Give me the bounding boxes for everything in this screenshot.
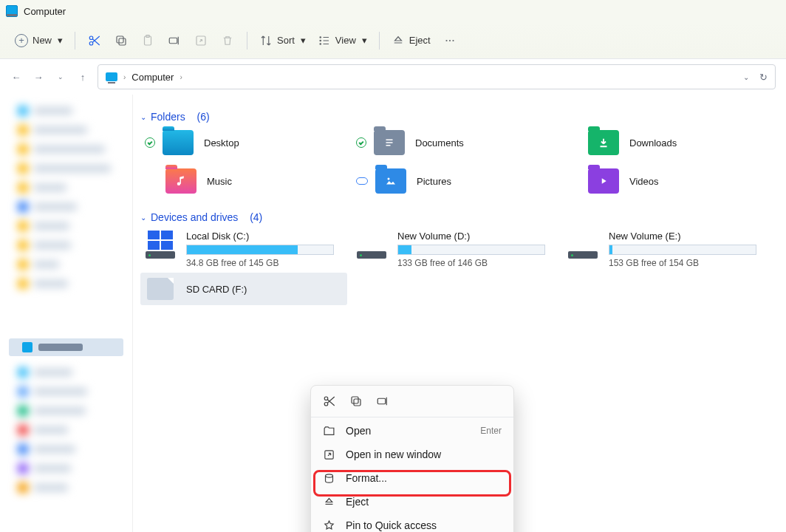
sdcard-icon [147,278,174,300]
svg-point-18 [324,403,328,406]
command-bar: +New▾ Sort▾ View▾ Eject [0,22,786,59]
sync-ok-icon [356,137,366,148]
svg-point-1 [89,41,93,45]
folder-label: Music [207,176,232,187]
refresh-button[interactable]: ↻ [759,72,768,83]
svg-rect-21 [377,398,386,404]
svg-point-12 [449,40,450,41]
content-area: ⌄ Folders (6) Desktop Documents Download… [133,95,786,532]
address-dropdown[interactable]: ⌄ [743,73,749,81]
drive-free: 133 GB free of 146 GB [397,258,545,268]
drive-f-selected[interactable]: SD CARD (F:) [140,273,347,305]
svg-point-8 [320,36,321,38]
title-bar: Computer [0,0,786,22]
recent-button[interactable]: ⌄ [55,73,66,81]
rename-button[interactable] [163,29,186,52]
drive-e[interactable]: New Volume (E:) 153 GB free of 154 GB [567,231,779,268]
drive-label: Local Disk (C:) [186,231,334,242]
usage-bar [186,245,334,255]
svg-point-10 [320,43,321,44]
usage-bar [397,245,545,255]
folders-header[interactable]: ⌄ Folders (6) [140,111,779,123]
cut-button[interactable] [83,29,106,52]
svg-point-16 [388,178,390,180]
address-bar[interactable]: › Computer › ⌄ ↻ [98,64,776,89]
drive-free: 153 GB free of 154 GB [609,258,756,268]
folder-label: Pictures [417,176,451,187]
rename-icon[interactable] [376,395,389,408]
new-button[interactable]: +New▾ [10,29,67,52]
windows-icon [148,231,173,250]
menu-open-new-window[interactable]: Open in new window [311,443,513,466]
menu-pin-quick-access[interactable]: Pin to Quick access [311,514,513,532]
forward-button[interactable]: → [33,72,44,83]
window-title: Computer [24,6,66,17]
svg-point-9 [320,40,321,41]
copy-icon[interactable] [349,395,363,408]
svg-rect-19 [354,399,360,406]
menu-open[interactable]: OpenEnter [311,419,513,443]
cloud-icon [356,177,368,185]
drive-label: New Volume (E:) [609,231,756,242]
folder-label: Downloads [629,137,677,149]
folder-pictures[interactable]: Pictures [356,168,567,194]
drive-c[interactable]: Local Disk (C:) 34.8 GB free of 145 GB [145,231,356,268]
folder-desktop[interactable]: Desktop [145,130,356,155]
folder-label: Videos [629,176,659,187]
context-menu: OpenEnter Open in new window Format... E… [310,385,514,532]
drive-label: SD CARD (F:) [186,284,247,295]
svg-point-17 [324,397,328,400]
nav-row: ← → ⌄ ↑ › Computer › ⌄ ↻ [0,59,786,95]
up-button[interactable]: ↑ [77,72,89,83]
hdd-icon [357,251,386,259]
view-button[interactable]: View▾ [313,29,372,52]
svg-rect-20 [352,397,358,403]
folder-videos[interactable]: Videos [567,168,779,194]
drive-free: 34.8 GB free of 145 GB [186,258,334,268]
paste-button [136,29,160,52]
svg-point-13 [453,40,454,41]
folder-downloads[interactable]: Downloads [567,130,779,155]
sync-ok-icon [145,137,155,148]
svg-rect-3 [117,36,123,43]
folder-music[interactable]: Music [145,168,356,194]
menu-format[interactable]: Format... [311,466,513,490]
folder-label: Desktop [204,137,239,149]
drive-d[interactable]: New Volume (D:) 133 GB free of 146 GB [356,231,567,268]
computer-icon [106,72,117,81]
drive-label: New Volume (D:) [397,231,545,242]
usage-bar [609,245,756,255]
hdd-icon [568,251,598,259]
more-button[interactable] [438,29,462,52]
svg-rect-2 [119,38,126,45]
copy-button[interactable] [109,29,133,52]
hdd-icon [146,251,175,259]
svg-point-23 [326,474,333,477]
delete-button [216,29,239,52]
folder-label: Documents [415,137,464,149]
navigation-pane[interactable] [0,95,133,532]
share-button [189,29,213,52]
svg-point-11 [446,40,447,41]
menu-eject[interactable]: Eject [311,490,513,514]
svg-rect-6 [169,38,177,44]
back-button[interactable]: ← [10,72,22,83]
svg-point-0 [89,36,93,40]
computer-icon [6,5,18,17]
cut-icon[interactable] [323,395,336,408]
drives-header[interactable]: ⌄ Devices and drives (4) [140,211,779,223]
sort-button[interactable]: Sort▾ [255,29,310,52]
folder-documents[interactable]: Documents [356,130,567,155]
breadcrumb-root[interactable]: Computer [131,72,174,83]
eject-button[interactable]: Eject [387,29,435,52]
